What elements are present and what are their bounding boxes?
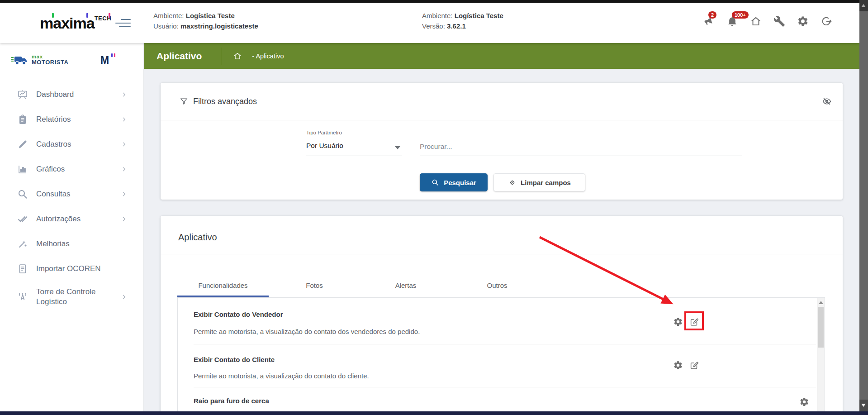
browser-scrollbar[interactable] <box>859 0 868 411</box>
chevron-right-icon <box>121 216 127 222</box>
scroll-up-arrow-icon[interactable] <box>819 301 823 304</box>
sidebar-toggle-hamburger-icon[interactable] <box>114 18 131 28</box>
chevron-right-icon <box>121 91 127 98</box>
logo-tick-pink <box>109 13 110 18</box>
announcement-count-badge: 2 <box>708 11 716 19</box>
list-scrollbar[interactable] <box>817 298 825 415</box>
gear-icon[interactable] <box>673 317 683 327</box>
dashboard-icon <box>17 89 28 100</box>
registrations-icon <box>17 139 28 150</box>
logout-icon[interactable] <box>821 15 832 27</box>
eye-off-icon[interactable] <box>822 96 832 106</box>
filters-card-header: Filtros avançados <box>161 83 843 120</box>
page-header-bar: Aplicativo - Aplicativo <box>144 43 859 69</box>
home-icon[interactable] <box>750 15 762 27</box>
improvements-icon <box>17 239 28 249</box>
chevron-right-icon <box>121 141 127 148</box>
breadcrumb: - Aplicativo <box>252 52 284 60</box>
authorizations-icon <box>17 214 28 224</box>
filter-funnel-icon <box>180 97 188 106</box>
reports-icon <box>17 114 28 125</box>
environment-version-info: Ambiente: Logística Teste Versão: 3.62.1 <box>422 10 503 31</box>
product-logo-line1: max <box>32 54 68 59</box>
sidebar-item-melhorias[interactable]: Melhorias <box>0 231 143 256</box>
notification-count-badge: 100+ <box>732 11 749 19</box>
logo-tick-green <box>52 13 54 18</box>
tab-bar: Funcionalidades Fotos Alertas Outros <box>177 254 543 297</box>
aplicativo-section-title: Aplicativo <box>178 232 217 243</box>
bell-icon[interactable]: 100+ <box>726 15 738 27</box>
clear-fields-button[interactable]: Limpar campos <box>493 173 585 191</box>
truck-icon <box>11 53 29 67</box>
breadcrumb-divider <box>221 48 221 65</box>
window-top-strip <box>0 0 859 3</box>
control-tower-icon <box>17 291 28 302</box>
eraser-icon <box>508 178 516 186</box>
sidebar-item-consultas[interactable]: Consultas <box>0 181 143 206</box>
filters-title: Filtros avançados <box>193 97 257 106</box>
list-item: Raio para furo de cerca <box>178 387 816 415</box>
queries-icon <box>17 189 28 200</box>
page-title: Aplicativo <box>157 51 202 62</box>
search-icon <box>431 178 439 186</box>
chevron-right-icon <box>121 294 127 300</box>
import-ocoren-icon <box>17 263 28 274</box>
sidebar-item-graficos[interactable]: Gráficos <box>0 157 143 181</box>
maxima-mini-logo: M <box>100 54 109 67</box>
sidebar-item-dashboard[interactable]: Dashboard <box>0 82 143 107</box>
param-type-value: Por Usuário <box>306 142 343 150</box>
features-list: Exibir Contato do Vendedor Permite ao mo… <box>177 297 825 415</box>
edit-icon[interactable] <box>689 317 699 327</box>
param-type-select[interactable]: Por Usuário <box>306 137 402 156</box>
list-item: Exibir Contato do Cliente Permite ao mot… <box>178 344 816 387</box>
gear-icon[interactable] <box>799 397 809 407</box>
breadcrumb-home-icon[interactable] <box>233 52 242 61</box>
scroll-up-arrow-icon <box>861 4 866 7</box>
product-logo-line2: MOTORISTA <box>32 59 68 66</box>
aplicativo-card: Aplicativo Funcionalidades Fotos Alertas… <box>161 216 843 415</box>
browser-scrollbar-thumb[interactable] <box>859 11 868 400</box>
chevron-right-icon <box>121 166 127 172</box>
chevron-down-icon <box>395 146 400 149</box>
tab-fotos[interactable]: Fotos <box>269 254 360 297</box>
main-content: Filtros avançados Tipo Parâmetro Por Usu… <box>144 69 859 411</box>
sidebar-item-autorizacoes[interactable]: Autorizações <box>0 206 143 231</box>
scrollbar-thumb[interactable] <box>818 307 824 348</box>
wrench-icon[interactable] <box>773 15 785 27</box>
tab-alertas[interactable]: Alertas <box>360 254 451 297</box>
announcement-icon[interactable]: 2 <box>703 15 715 27</box>
chevron-right-icon <box>121 116 127 123</box>
sidebar-item-relatorios[interactable]: Relatórios <box>0 107 143 132</box>
maxima-tech-logo: maximaTECH <box>40 13 112 35</box>
max-motorista-logo: max MOTORISTA <box>11 53 68 67</box>
search-field-wrapper <box>420 137 742 156</box>
edit-icon[interactable] <box>689 360 699 370</box>
environment-user-info: Ambiente: Logística Teste Usuário: maxst… <box>153 10 258 31</box>
sidebar: max MOTORISTA M Dashboard Relatórios Cad… <box>0 43 144 411</box>
bottom-status-strip <box>0 411 868 415</box>
gear-icon[interactable] <box>797 15 809 27</box>
sidebar-menu: Dashboard Relatórios Cadastros Gráficos <box>0 82 143 313</box>
search-button[interactable]: Pesquisar <box>420 173 488 191</box>
tab-funcionalidades[interactable]: Funcionalidades <box>177 254 269 297</box>
search-input[interactable] <box>420 137 742 156</box>
scroll-up-button[interactable] <box>859 0 868 11</box>
scroll-down-arrow-icon[interactable] <box>861 404 866 407</box>
list-item: Exibir Contato do Vendedor Permite ao mo… <box>178 298 816 344</box>
logo-tick-indigo <box>86 13 88 18</box>
sidebar-item-importar-ocoren[interactable]: Importar OCOREN <box>0 256 143 281</box>
param-type-label: Tipo Parâmetro <box>306 130 342 135</box>
charts-icon <box>17 164 28 175</box>
app-header: maximaTECH Ambiente: Logística Teste Usu… <box>0 3 859 43</box>
sidebar-item-cadastros[interactable]: Cadastros <box>0 132 143 157</box>
tab-outros[interactable]: Outros <box>451 254 543 297</box>
gear-icon[interactable] <box>673 360 683 370</box>
sidebar-item-torre-de-controle[interactable]: Torre de Controle Logístico <box>0 281 143 313</box>
advanced-filters-card: Filtros avançados Tipo Parâmetro Por Usu… <box>161 83 843 200</box>
chevron-right-icon <box>121 191 127 197</box>
